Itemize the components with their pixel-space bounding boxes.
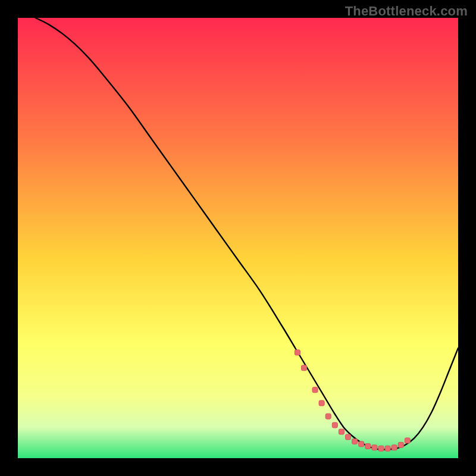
marker-point — [392, 445, 397, 450]
plot-svg — [18, 18, 458, 458]
marker-point — [352, 439, 358, 444]
marker-point — [332, 422, 337, 428]
plot-area — [18, 18, 458, 458]
marker-point — [359, 441, 364, 447]
chart-container: TheBottleneck.com — [0, 0, 476, 476]
marker-point — [319, 400, 324, 406]
marker-point — [378, 446, 384, 451]
marker-point — [365, 444, 371, 449]
gradient-background — [18, 18, 458, 458]
marker-point — [302, 365, 307, 371]
marker-point — [312, 387, 318, 393]
marker-point — [295, 350, 300, 355]
marker-point — [372, 445, 377, 450]
marker-point — [385, 446, 390, 451]
marker-point — [398, 442, 403, 447]
marker-point — [325, 414, 331, 419]
marker-point — [346, 434, 351, 440]
watermark-text: TheBottleneck.com — [345, 4, 468, 19]
marker-point — [339, 429, 344, 434]
marker-point — [405, 438, 410, 443]
